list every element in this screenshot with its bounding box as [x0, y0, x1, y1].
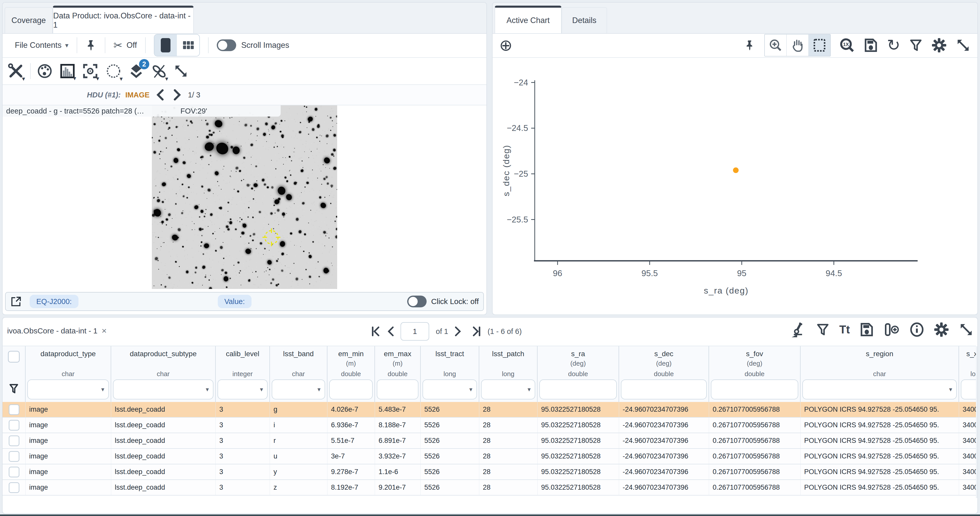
next-hdu-button[interactable] — [171, 88, 183, 102]
column-header-s_ra[interactable]: s_ra(deg)double — [538, 346, 619, 402]
table-cell-s_ra[interactable]: 95.0322527180528 — [538, 480, 619, 495]
table-cell-lsst_patch[interactable]: 28 — [479, 464, 538, 480]
column-filter-dataproduct_type[interactable]: ▾ — [27, 379, 109, 400]
column-header-s_fov[interactable]: s_fov(deg)double — [709, 346, 800, 402]
table-cell-s_region[interactable]: POLYGON ICRS 94.927528 -25.054650 95. — [800, 417, 959, 433]
row-checkbox-cell[interactable] — [3, 402, 25, 417]
table-cell-s_region[interactable]: POLYGON ICRS 94.927528 -25.054650 95. — [800, 433, 959, 449]
table-cell-lsst_tract[interactable]: 5526 — [421, 417, 479, 433]
external-link-icon[interactable] — [10, 296, 22, 307]
table-cell-lsst_tract[interactable]: 5526 — [421, 464, 479, 480]
stretch-histogram-icon[interactable]: ▾ — [60, 64, 75, 79]
text-view-icon[interactable]: Tt — [839, 323, 850, 336]
table-cell-s_fov[interactable]: 0.2671077005956788 — [709, 464, 800, 480]
table-cell-calib_level[interactable]: 3 — [216, 402, 270, 417]
table-cell-s_xel1[interactable]: 3400 — [959, 417, 976, 433]
column-header-em_max[interactable]: em_max(m)double — [375, 346, 421, 402]
expand-table-icon[interactable] — [959, 322, 974, 337]
chart-options-icon[interactable] — [931, 38, 947, 53]
row-checkbox-cell[interactable] — [3, 480, 25, 495]
table-cell-em_min[interactable]: 5.51e-7 — [328, 433, 375, 449]
table-cell-s_dec[interactable]: -24.96070234707396 — [619, 449, 709, 464]
table-cell-lsst_band[interactable]: r — [270, 433, 328, 449]
column-header-lsst_patch[interactable]: lsst_patchlong▾ — [479, 346, 538, 402]
table-cell-em_min[interactable]: 3e-7 — [328, 449, 375, 464]
zoom-in-button[interactable] — [765, 35, 787, 56]
expand-image-icon[interactable] — [173, 64, 189, 79]
select-all-checkbox[interactable] — [8, 351, 20, 363]
table-cell-s_dec[interactable]: -24.96070234707396 — [619, 433, 709, 449]
table-cell-calib_level[interactable]: 3 — [216, 449, 270, 464]
table-cell-s_xel1[interactable]: 3400 — [959, 464, 976, 480]
vertical-scrollbar[interactable] — [976, 346, 977, 498]
cutout-state-label[interactable]: Off — [127, 41, 137, 50]
row-checkbox-cell[interactable] — [3, 417, 25, 433]
row-checkbox[interactable] — [9, 467, 19, 478]
table-cell-s_fov[interactable]: 0.2671077005956788 — [709, 402, 800, 417]
row-checkbox-cell[interactable] — [3, 464, 25, 480]
table-cell-calib_level[interactable]: 3 — [216, 464, 270, 480]
click-lock-toggle[interactable] — [407, 296, 426, 307]
scissors-icon[interactable]: ✂ — [113, 39, 123, 52]
column-filter-s_region[interactable]: ▾ — [802, 379, 957, 400]
table-cell-dataproduct_type[interactable]: image — [25, 480, 111, 495]
table-cell-lsst_band[interactable]: g — [270, 402, 328, 417]
column-filter-dataproduct_subtype[interactable]: ▾ — [113, 379, 213, 400]
table-cell-lsst_band[interactable]: z — [270, 480, 328, 495]
table-cell-dataproduct_subtype[interactable]: lsst.deep_coadd — [111, 433, 216, 449]
table-cell-dataproduct_subtype[interactable]: lsst.deep_coadd — [111, 480, 216, 495]
table-cell-em_max[interactable]: 6.891e-7 — [375, 433, 421, 449]
table-cell-dataproduct_subtype[interactable]: lsst.deep_coadd — [111, 402, 216, 417]
column-filter-em_min[interactable] — [329, 379, 373, 400]
table-cell-s_region[interactable]: POLYGON ICRS 94.927528 -25.054650 95. — [800, 464, 959, 480]
next-page-icon[interactable] — [455, 326, 461, 336]
add-column-icon[interactable] — [884, 322, 900, 337]
column-filter-s_ra[interactable] — [539, 379, 617, 400]
tab-details[interactable]: Details — [562, 7, 607, 33]
layers-icon[interactable]: 2 — [128, 63, 144, 79]
column-filter-lsst_patch[interactable]: ▾ — [481, 379, 535, 400]
row-checkbox-cell[interactable] — [3, 449, 25, 464]
table-cell-em_max[interactable]: 9.201e-7 — [375, 480, 421, 495]
table-cell-s_dec[interactable]: -24.96070234707396 — [619, 480, 709, 495]
scatter-point[interactable] — [733, 167, 739, 173]
table-cell-s_fov[interactable]: 0.2671077005956788 — [709, 449, 800, 464]
tab-data-product[interactable]: Data Product: ivoa.ObsCore - data-int - … — [52, 6, 194, 33]
scatter-chart[interactable]: −24−24.5−25−25.59695.59594.5s_ra (deg)s_… — [493, 58, 977, 315]
table-cell-dataproduct_type[interactable]: image — [25, 449, 111, 464]
column-filter-em_max[interactable] — [377, 379, 418, 400]
table-info-icon[interactable] — [910, 322, 924, 337]
table-options-icon[interactable] — [934, 322, 949, 337]
table-cell-s_xel1[interactable]: 3400 — [959, 480, 976, 495]
select-area-button[interactable] — [809, 35, 830, 56]
table-cell-dataproduct_subtype[interactable]: lsst.deep_coadd — [111, 417, 216, 433]
table-cell-lsst_tract[interactable]: 5526 — [421, 480, 479, 495]
table-cell-s_ra[interactable]: 95.0322527180528 — [538, 402, 619, 417]
filter-row-icon[interactable] — [9, 383, 19, 395]
tab-active-chart[interactable]: Active Chart — [495, 6, 562, 33]
first-page-icon[interactable] — [371, 326, 380, 336]
table-cell-dataproduct_subtype[interactable]: lsst.deep_coadd — [111, 464, 216, 480]
table-cell-lsst_patch[interactable]: 28 — [479, 433, 538, 449]
table-cell-dataproduct_type[interactable]: image — [25, 402, 111, 417]
table-cell-s_ra[interactable]: 95.0322527180528 — [538, 417, 619, 433]
table-cell-em_max[interactable]: 3.932e-7 — [375, 449, 421, 464]
tab-coverage[interactable]: Coverage — [5, 7, 52, 33]
table-cell-lsst_patch[interactable]: 28 — [479, 417, 538, 433]
table-cell-calib_level[interactable]: 3 — [216, 480, 270, 495]
table-cell-em_min[interactable]: 4.026e-7 — [328, 402, 375, 417]
table-cell-s_ra[interactable]: 95.0322527180528 — [538, 464, 619, 480]
column-header-calib_level[interactable]: calib_levelinteger▾ — [216, 346, 270, 402]
table-cell-em_min[interactable]: 8.192e-7 — [328, 480, 375, 495]
file-contents-dropdown[interactable]: File Contents — [15, 41, 62, 50]
prev-hdu-button[interactable] — [154, 88, 166, 102]
column-filter-s_dec[interactable] — [621, 379, 707, 400]
column-header-lsst_band[interactable]: lsst_bandchar▾ — [270, 346, 328, 402]
column-filter-calib_level[interactable]: ▾ — [218, 379, 267, 400]
last-page-icon[interactable] — [472, 326, 481, 336]
pin-chart-icon[interactable] — [745, 38, 755, 53]
select-all-header[interactable] — [3, 346, 25, 402]
image-tools-icon[interactable]: ▾ — [8, 63, 24, 79]
table-cell-s_ra[interactable]: 95.0322527180528 — [538, 433, 619, 449]
page-number-input[interactable] — [401, 322, 429, 341]
